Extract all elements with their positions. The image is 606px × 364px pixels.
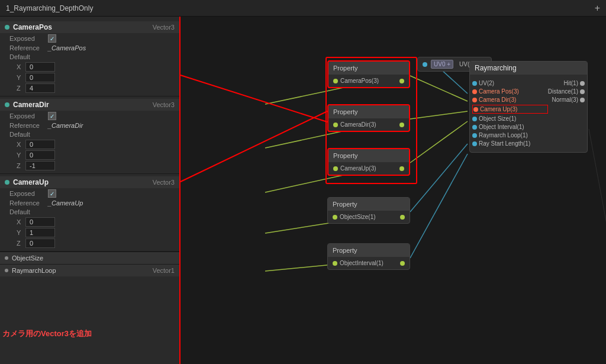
- ref-value-cameradir: _CameraDir: [48, 122, 83, 129]
- prop-node-header-cameradir: Property: [328, 105, 409, 118]
- xyz-row-x-cameradir: X 0: [0, 139, 179, 150]
- prop-type-cameradir: Vector3: [153, 101, 175, 108]
- default-label3: Default: [9, 208, 48, 215]
- default-label-row-camerapos: Default: [0, 52, 179, 62]
- arrow-line-bottom: [180, 176, 328, 178]
- rm-label-raystartlength: Ray Start Length(1): [479, 140, 530, 147]
- rm-label-objectinterval: Object Interval(1): [479, 124, 524, 130]
- property-node-objectsize[interactable]: Property ObjectSize(1): [327, 197, 410, 224]
- y-value-cameraup[interactable]: 1: [25, 228, 55, 237]
- y-value-cameradir[interactable]: 0: [25, 150, 55, 160]
- rm-dot-out-distance: [580, 89, 585, 94]
- prop-node-label-objectinterval: ObjectInterval(1): [340, 260, 383, 266]
- uv-badge: UV0 +: [431, 60, 453, 69]
- z-value-cameraup[interactable]: 0: [25, 239, 55, 248]
- rm-label-uv: UV(2): [479, 80, 494, 86]
- rm-label-cameraup: Camera Up(3): [480, 106, 517, 112]
- x-value-cameraup[interactable]: 0: [25, 217, 55, 227]
- prop-node-out-objectsize: [400, 215, 405, 220]
- rm-dot-out-normal: [580, 98, 585, 102]
- z-value-camerapos[interactable]: 4: [25, 83, 55, 93]
- collapsed-raymarchloop[interactable]: RaymarchLoop Vector1: [0, 264, 179, 276]
- reference-row-cameradir: Reference _CameraDir: [0, 121, 179, 130]
- rm-dot-cameraup: [473, 107, 478, 112]
- add-button[interactable]: +: [595, 3, 600, 14]
- rm-dot-raymarchloop: [472, 133, 477, 138]
- svg-line-26: [180, 75, 327, 122]
- prop-header-camerapos[interactable]: CameraPos Vector3: [0, 21, 179, 33]
- ref-label2: Reference: [9, 122, 48, 129]
- prop-node-header-camerapos: Property: [328, 62, 409, 75]
- exposed-checkbox-cameradir[interactable]: ✓: [48, 112, 56, 120]
- y-value-camerapos[interactable]: 0: [25, 73, 55, 82]
- svg-line-3: [410, 76, 468, 101]
- raymarching-header: Raymarching: [470, 62, 587, 75]
- svg-line-11: [589, 129, 606, 224]
- raymarching-inputs: UV(2) Camera Pos(3) Camera Dir(3) Camera…: [470, 78, 548, 149]
- prop-node-body-cameraup: CameraUp(3): [328, 162, 409, 175]
- prop-node-header-objectsize: Property: [328, 198, 410, 211]
- default-label2: Default: [9, 131, 48, 138]
- rm-out-label-distance: Distance(1): [548, 88, 578, 95]
- canvas-area[interactable]: UV0 + UV(2) Property CameraPos(3) Proper…: [180, 17, 606, 364]
- property-node-camerapos[interactable]: Property CameraPos(3): [327, 60, 410, 88]
- xyz-row-y-cameradir: Y 0: [0, 150, 179, 160]
- rm-input-objectsize: Object Size(1): [472, 115, 548, 122]
- prop-node-label-camerapos: CameraPos(3): [340, 78, 379, 84]
- rm-dot-raystartlength: [472, 141, 477, 146]
- raymarching-outputs: Hit(1) Distance(1) Normal(3): [548, 78, 587, 149]
- prop-node-body-cameradir: CameraDir(3): [328, 118, 409, 131]
- svg-line-8: [410, 144, 468, 212]
- rm-label-cameradir: Camera Dir(3): [479, 96, 516, 103]
- svg-line-10: [410, 154, 468, 258]
- uv-input-port: [423, 62, 427, 67]
- rm-dot-objectinterval: [472, 125, 477, 130]
- prop-header-cameraup[interactable]: CameraUp Vector3: [0, 176, 179, 188]
- rm-dot-cameradir: [472, 98, 477, 102]
- exposed-checkbox-camerapos[interactable]: ✓: [48, 34, 56, 43]
- x-label-cameradir: X: [17, 141, 25, 148]
- exposed-checkbox-cameraup[interactable]: ✓: [48, 189, 56, 198]
- rm-output-distance: Distance(1): [548, 88, 585, 95]
- svg-line-5: [410, 121, 468, 163]
- prop-name-cameradir: CameraDir: [13, 101, 153, 109]
- y-label-camerapos: Y: [17, 74, 25, 81]
- prop-node-port-objectsize: [333, 215, 337, 220]
- xyz-row-x-camerapos: X 0: [0, 62, 179, 72]
- property-node-cameraup[interactable]: Property CameraUp(3): [327, 148, 410, 176]
- rm-input-cameradir: Camera Dir(3): [472, 96, 548, 103]
- prop-node-port-camerapos: [333, 79, 338, 83]
- prop-node-header-cameraup: Property: [328, 149, 409, 162]
- property-node-objectinterval[interactable]: Property ObjectInterval(1): [327, 243, 410, 270]
- collapsed-objectsize[interactable]: ObjectSize: [0, 252, 179, 264]
- prop-dot-camerapos: [5, 25, 9, 30]
- xyz-row-y-camerapos: Y 0: [0, 72, 179, 83]
- prop-node-label-objectsize: ObjectSize(1): [340, 214, 376, 220]
- prop-node-header-objectinterval: Property: [328, 244, 410, 257]
- z-label-camerapos: Z: [17, 85, 25, 92]
- prop-node-out-camerapos: [399, 79, 404, 83]
- collapsed-name-objectsize: ObjectSize: [12, 255, 175, 262]
- svg-line-4: [410, 111, 468, 119]
- title-bar: 1_Raymarching_DepthOnly +: [0, 0, 606, 17]
- prop-node-out-objectinterval: [400, 261, 405, 266]
- raymarching-node[interactable]: Raymarching UV(2) Camera Pos(3) Camera D…: [469, 61, 588, 153]
- prop-node-body-objectinterval: ObjectInterval(1): [328, 257, 410, 269]
- prop-header-cameradir[interactable]: CameraDir Vector3: [0, 99, 179, 111]
- ref-label3: Reference: [9, 199, 48, 207]
- x-value-camerapos[interactable]: 0: [25, 62, 55, 72]
- rm-dot-objectsize: [472, 117, 477, 121]
- prop-type-cameraup: Vector3: [153, 179, 175, 186]
- x-value-cameradir[interactable]: 0: [25, 140, 55, 149]
- prop-node-port-objectinterval: [333, 261, 337, 266]
- z-value-cameradir[interactable]: -1: [25, 161, 55, 170]
- property-node-cameradir[interactable]: Property CameraDir(3): [327, 104, 410, 132]
- prop-group-cameraup: CameraUp Vector3 Exposed ✓ Reference _Ca…: [0, 174, 179, 252]
- rm-output-hit: Hit(1): [548, 80, 585, 86]
- ref-label: Reference: [9, 44, 48, 51]
- exposed-label: Exposed: [9, 35, 48, 42]
- rm-input-uv: UV(2): [472, 80, 548, 86]
- ref-value-camerapos: _CameraPos: [48, 44, 86, 51]
- default-label-row-cameradir: Default: [0, 130, 179, 139]
- reference-row-cameraup: Reference _CameraUp: [0, 199, 179, 207]
